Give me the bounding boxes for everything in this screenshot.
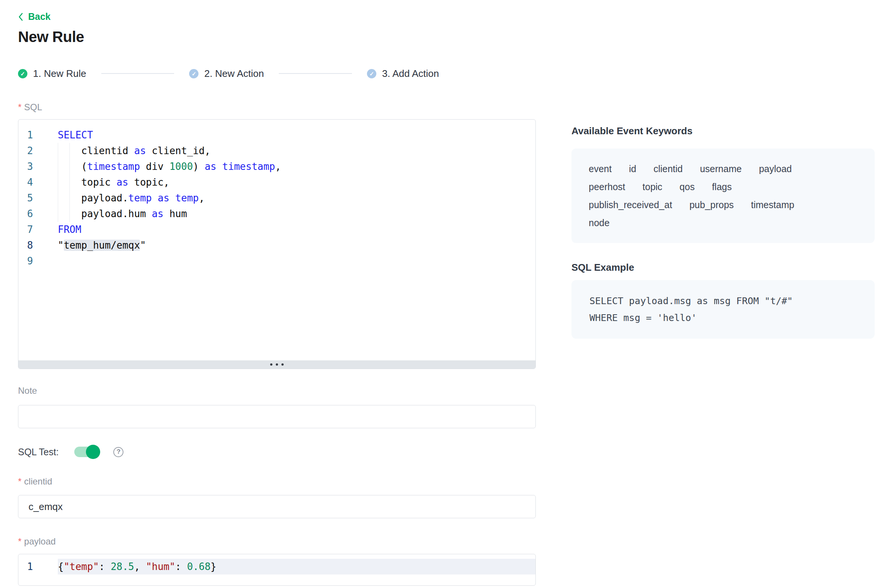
- code-token: ": [140, 240, 146, 251]
- indent-guide: [58, 143, 58, 222]
- line-number: 1: [18, 127, 58, 143]
- payload-code-area[interactable]: 1{"temp": 28.5, "hum": 0.68}: [18, 554, 535, 574]
- code-token: ,: [134, 561, 146, 572]
- line-number: 7: [18, 222, 58, 237]
- step-label: 1. New Rule: [33, 68, 86, 80]
- code-line-content: [58, 253, 535, 269]
- sql-test-label: SQL Test:: [18, 447, 59, 458]
- keyword-item: event: [589, 160, 612, 178]
- code-token: }: [210, 561, 216, 572]
- clientid-field-label: *clientid: [18, 476, 52, 487]
- payload-field-label: *payload: [18, 536, 56, 547]
- sql-editor[interactable]: 1SELECT2 clientid as client_id,3 (timest…: [18, 119, 536, 369]
- code-token: ): [193, 161, 204, 172]
- payload-editor[interactable]: 1{"temp": 28.5, "hum": 0.68}: [18, 554, 536, 586]
- code-token: payload.: [58, 192, 128, 204]
- keyword-item: topic: [642, 178, 662, 196]
- code-line: 4 topic as topic,: [18, 174, 535, 190]
- code-line: 9: [18, 253, 535, 269]
- code-line-content: topic as topic,: [58, 174, 535, 190]
- code-token: "temp": [64, 561, 99, 572]
- code-token: ": [58, 240, 64, 251]
- code-token: :: [175, 561, 187, 572]
- keyword-item: clientid: [654, 160, 683, 178]
- line-number: 3: [18, 159, 58, 174]
- step-label: 2. New Action: [204, 68, 264, 80]
- sql-test-row: SQL Test: ?: [18, 445, 123, 459]
- code-token: as: [158, 192, 169, 204]
- code-token: as: [134, 145, 146, 156]
- handle-dot: [276, 363, 278, 366]
- new-rule-page: Back New Rule ✓ 1. New Rule ✓ 2. New Act…: [0, 0, 884, 588]
- code-token: {: [58, 561, 64, 572]
- code-token: as: [117, 177, 128, 188]
- step-new-rule[interactable]: ✓ 1. New Rule: [18, 68, 86, 80]
- code-token: (: [58, 161, 87, 172]
- note-field-label: Note: [18, 386, 37, 396]
- sql-example-line: SELECT payload.msg as msg FROM "t/#": [589, 292, 863, 309]
- keywords-card: eventidclientidusernamepayload peerhostt…: [571, 148, 875, 243]
- handle-dot: [270, 363, 272, 366]
- code-line-content: payload.hum as hum: [58, 206, 535, 222]
- sql-field-label: *SQL: [18, 102, 42, 112]
- code-token: timestamp: [222, 161, 275, 172]
- code-token: ,: [199, 192, 205, 204]
- keyword-row: publish_received_atpub_propstimestamp: [589, 196, 863, 214]
- code-token: FROM: [58, 224, 81, 235]
- step-add-action[interactable]: ✓ 3. Add Action: [367, 68, 439, 80]
- sql-test-toggle[interactable]: [74, 447, 99, 457]
- code-token: topic: [58, 177, 117, 188]
- code-line-content: SELECT: [58, 127, 535, 143]
- code-line: 3 (timestamp div 1000) as timestamp,: [18, 159, 535, 174]
- code-token: payload.hum: [58, 208, 152, 219]
- keyword-row: peerhosttopicqosflags: [589, 178, 863, 196]
- code-line: 1{"temp": 28.5, "hum": 0.68}: [18, 559, 535, 574]
- keyword-item: timestamp: [751, 196, 794, 214]
- keyword-row: node: [589, 214, 863, 232]
- note-input[interactable]: [18, 405, 536, 428]
- code-line-content: "temp_hum/emqx": [58, 237, 535, 253]
- editor-resize-handle[interactable]: [18, 360, 535, 369]
- code-line-content: {"temp": 28.5, "hum": 0.68}: [58, 559, 535, 574]
- code-token: [216, 161, 223, 172]
- chevron-left-icon: [18, 12, 24, 21]
- line-number: 8: [18, 237, 58, 253]
- sql-code-area[interactable]: 1SELECT2 clientid as client_id,3 (timest…: [18, 120, 535, 360]
- required-asterisk: *: [18, 476, 21, 486]
- code-token: temp: [128, 192, 152, 204]
- keyword-item: qos: [680, 178, 695, 196]
- code-token: 1000: [169, 161, 193, 172]
- back-link[interactable]: Back: [18, 11, 51, 22]
- code-token: "hum": [146, 561, 175, 572]
- page-title: New Rule: [18, 28, 84, 45]
- sql-example-title: SQL Example: [571, 262, 634, 273]
- code-token: topic,: [128, 177, 170, 188]
- check-circle-icon: ✓: [189, 69, 198, 78]
- line-number: 9: [18, 253, 58, 269]
- line-number: 2: [18, 143, 58, 159]
- keyword-item: node: [589, 214, 610, 232]
- toggle-knob: [86, 445, 100, 459]
- line-number: 6: [18, 206, 58, 222]
- code-line: 1SELECT: [18, 127, 535, 143]
- code-token: temp_hum/emqx: [64, 240, 140, 251]
- line-number: 1: [18, 559, 58, 574]
- code-token: timestamp: [87, 161, 140, 172]
- step-connector: [101, 73, 174, 74]
- required-asterisk: *: [18, 102, 21, 112]
- code-line-content: payload.temp as temp,: [58, 190, 535, 206]
- code-token: client_id,: [146, 145, 210, 156]
- code-line-content: (timestamp div 1000) as timestamp,: [58, 159, 535, 174]
- code-line: 7FROM: [18, 222, 535, 237]
- keyword-item: flags: [712, 178, 732, 196]
- step-new-action[interactable]: ✓ 2. New Action: [189, 68, 264, 80]
- clientid-input[interactable]: c_emqx: [18, 495, 536, 518]
- help-question-icon[interactable]: ?: [113, 447, 123, 457]
- line-number: 4: [18, 174, 58, 190]
- required-asterisk: *: [18, 536, 21, 546]
- check-circle-icon: ✓: [18, 69, 27, 78]
- code-token: ,: [275, 161, 281, 172]
- code-token: div: [140, 161, 169, 172]
- keyword-row: eventidclientidusernamepayload: [589, 160, 863, 178]
- code-line: 8"temp_hum/emqx": [18, 237, 535, 253]
